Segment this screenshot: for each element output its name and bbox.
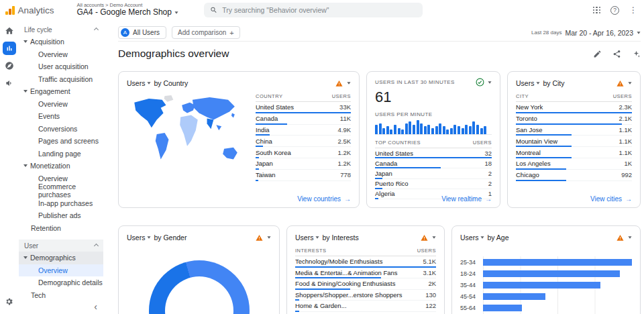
sidebar-item-engagement-events[interactable]: Events xyxy=(19,110,103,123)
row-label: China xyxy=(256,138,276,145)
settings-gear-icon[interactable] xyxy=(5,297,13,309)
help-icon[interactable]: ? xyxy=(610,6,619,15)
chevron-down-icon xyxy=(628,236,631,238)
home-icon[interactable] xyxy=(3,24,16,38)
realtime-minute-bar xyxy=(401,129,404,134)
search-input[interactable] xyxy=(222,6,417,14)
card-alert-control[interactable] xyxy=(616,234,632,242)
row-label: Japan xyxy=(256,160,277,167)
country-table: COUNTRYUSERSUnited States33KCanada11KInd… xyxy=(256,93,351,181)
row-value: 2K xyxy=(428,280,436,287)
realtime-minute-bar xyxy=(476,125,479,134)
age-bar xyxy=(483,259,632,266)
nav-group-label: Retention xyxy=(31,224,61,232)
realtime-table-row: United States32 xyxy=(375,148,492,158)
sidebar-item-engagement-overview[interactable]: Overview xyxy=(19,98,103,111)
realtime-minute-bar xyxy=(413,125,415,134)
column-header-city: CITY xyxy=(516,93,529,99)
realtime-status-control[interactable] xyxy=(476,78,492,87)
realtime-minute-bar xyxy=(469,126,472,134)
sidebar-item-acquisition-user-acquisition[interactable]: User acquisition xyxy=(19,60,103,73)
add-comparison-button[interactable]: Add comparison + xyxy=(172,26,240,39)
metric-dropdown[interactable]: Users xyxy=(516,79,540,87)
interests-table-row: Shoppers/Shopper...erstore Shoppers130 xyxy=(295,290,436,301)
metric-dropdown[interactable]: Users xyxy=(127,79,151,87)
world-map xyxy=(127,93,248,178)
kebab-menu-icon[interactable]: ⋮ xyxy=(629,5,637,15)
age-category-label: 55-64 xyxy=(460,305,483,311)
sidebar-item-demographics[interactable]: Demographics xyxy=(19,252,103,264)
sidebar-item-engagement-conversions[interactable]: Conversions xyxy=(19,123,103,136)
row-progress-bar xyxy=(375,198,378,199)
sidebar-item-retention[interactable]: Retention xyxy=(19,222,103,235)
sidebar-item-engagement[interactable]: Engagement xyxy=(19,85,103,98)
metric-dropdown[interactable]: Users xyxy=(460,233,484,242)
view-cities-link[interactable]: View cities → xyxy=(590,195,632,203)
users-per-minute-label: USERS PER MINUTE xyxy=(375,111,492,117)
realtime-minute-bar xyxy=(472,121,475,134)
nav-section-title: Life cycle xyxy=(24,26,52,34)
share-icon[interactable] xyxy=(612,50,621,58)
metric-dropdown[interactable]: Users xyxy=(127,233,151,242)
search-bar[interactable] xyxy=(204,3,423,17)
card-alert-control[interactable] xyxy=(256,234,271,242)
row-label: Canada xyxy=(375,160,401,167)
realtime-minute-bar xyxy=(443,126,445,134)
view-countries-link[interactable]: View countries → xyxy=(297,195,351,203)
apps-grid-icon[interactable] xyxy=(593,7,600,14)
sidebar-item-engagement-pages-and-screens[interactable]: Pages and screens xyxy=(19,135,103,148)
nav-group-label: Engagement xyxy=(30,87,70,95)
edit-pencil-icon[interactable] xyxy=(593,50,602,58)
metric-dropdown[interactable]: Users xyxy=(295,233,319,242)
dimension-label: by Country xyxy=(154,79,188,87)
chevron-down-icon xyxy=(174,12,178,14)
card-alert-control[interactable] xyxy=(421,234,436,242)
arrow-right-icon: → xyxy=(485,195,492,203)
analytics-app: Analytics All accounts > Demo Account GA… xyxy=(0,0,644,314)
chevron-down-icon xyxy=(347,82,350,84)
collapse-sidenav-icon[interactable]: ‹ xyxy=(94,302,97,311)
all-users-chip[interactable]: A All Users xyxy=(118,26,166,39)
sidebar-item-acquisition[interactable]: Acquisition xyxy=(19,36,103,48)
explore-icon[interactable] xyxy=(3,59,16,72)
view-realtime-link[interactable]: View realtime → xyxy=(441,195,492,203)
row-value: 122 xyxy=(425,302,436,309)
nav-section-life-cycle[interactable]: Life cycle xyxy=(19,23,103,36)
age-chart-row: 25-34 xyxy=(460,256,632,268)
arrow-right-icon: → xyxy=(344,195,351,203)
sidebar-item-engagement-landing-page[interactable]: Landing page xyxy=(19,148,103,160)
realtime-minute-bar xyxy=(450,128,453,134)
sidebar-item-demographics-demographic-details[interactable]: Demographic details xyxy=(19,276,103,289)
warning-icon xyxy=(335,80,343,87)
date-range-picker[interactable]: Last 28 days Mar 20 - Apr 16, 2023 xyxy=(531,29,641,37)
country-table-row: India4.9K xyxy=(256,125,351,136)
advertising-icon[interactable] xyxy=(3,76,16,90)
sidebar-item-tech[interactable]: Tech xyxy=(19,289,103,302)
chevron-down-icon xyxy=(148,82,151,84)
row-value: 1.1K xyxy=(619,149,632,156)
realtime-minute-bar xyxy=(375,125,378,134)
realtime-minute-bar xyxy=(480,128,483,134)
sidebar-item-demographics-overview[interactable]: Overview xyxy=(19,264,103,277)
realtime-minute-bar xyxy=(435,126,438,134)
realtime-minute-bar xyxy=(484,126,486,134)
sidebar-item-acquisition-traffic-acquisition[interactable]: Traffic acquisition xyxy=(19,73,103,86)
account-switcher[interactable]: All accounts > Demo Account GA4 - Google… xyxy=(77,3,178,17)
insights-sparkle-icon[interactable] xyxy=(632,50,641,58)
city-table-row: Los Angeles1K xyxy=(516,158,632,170)
realtime-minute-bar xyxy=(379,123,382,134)
row-label: Montreal xyxy=(516,149,545,156)
sidebar-item-monetization-in-app-purchases[interactable]: In-app purchases xyxy=(19,197,103,210)
sidebar-item-monetization-publisher-ads[interactable]: Publisher ads xyxy=(19,209,103,222)
reports-icon[interactable] xyxy=(3,42,16,55)
sidebar-item-monetization[interactable]: Monetization xyxy=(19,160,103,172)
nav-section-user[interactable]: User xyxy=(19,240,103,252)
sidebar-item-acquisition-overview[interactable]: Overview xyxy=(19,48,103,61)
country-table-row: Canada11K xyxy=(256,113,351,125)
arrow-right-icon: → xyxy=(625,195,632,203)
sidebar-item-monetization-ecommerce-purchases[interactable]: Ecommerce purchases xyxy=(19,185,103,197)
gender-donut-chart xyxy=(149,260,250,314)
card-alert-control[interactable] xyxy=(335,80,351,87)
card-alert-control[interactable] xyxy=(616,80,632,87)
comparison-toolbar: A All Users Add comparison + Last 28 day… xyxy=(118,24,641,42)
